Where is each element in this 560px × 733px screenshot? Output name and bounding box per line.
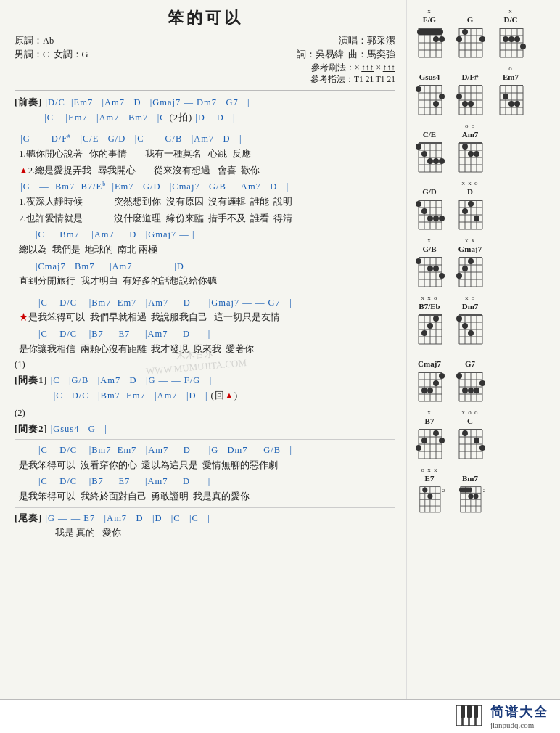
chord-b7-grid xyxy=(413,427,446,460)
v2-chord-2: |C D/C |B7 E7 |Am7 D | xyxy=(15,474,395,489)
intro-section: [前奏] |D/C |Em7 |Am7 D |Gmaj7 — Dm7 G7 | … xyxy=(15,95,395,125)
chord-d-xo: x x o xyxy=(462,179,479,187)
svg-point-51 xyxy=(439,94,445,99)
original-key: 原調：Ab xyxy=(15,35,88,47)
svg-point-77 xyxy=(508,101,514,107)
chord-g-grid xyxy=(453,25,487,59)
svg-rect-275 xyxy=(461,705,465,718)
chord-gd-xo xyxy=(428,179,430,187)
chord-dc-name: D/C xyxy=(504,15,518,24)
svg-point-65 xyxy=(468,101,474,107)
verse1-lyric-2b: 2.也許愛情就是 沒什麼道理 緣份來臨 措手不及 誰看 得清 xyxy=(15,211,395,226)
svg-point-23 xyxy=(462,29,468,35)
singer: 演唱：郭采潔 xyxy=(297,35,395,47)
svg-point-241 xyxy=(462,430,468,436)
svg-point-161 xyxy=(456,273,462,279)
chord-dm7: x o Dm7 xyxy=(453,294,487,345)
svg-point-255 xyxy=(427,494,432,499)
chorus-chord-2: |C D/C |B7 E7 |Am7 D | xyxy=(15,327,395,342)
svg-point-230 xyxy=(416,445,421,451)
svg-rect-10 xyxy=(417,29,443,35)
svg-point-145 xyxy=(416,258,421,264)
logo-text-group: 简谱大全 jianpudq.com xyxy=(490,703,548,729)
svg-point-50 xyxy=(416,86,421,92)
svg-point-78 xyxy=(514,101,520,107)
chord-fg-xo: x xyxy=(427,7,432,15)
interlude1-chord-1: [間奏1] |C |G/B |Am7 D |G — — F/G | xyxy=(15,373,395,388)
chord-am7: o o Am7 xyxy=(453,122,487,173)
svg-rect-277 xyxy=(474,705,478,718)
intro-chord-2: |C |Em7 |Am7 Bm7 |C (2拍) |D |D | xyxy=(15,110,395,126)
logo-url: jianpudq.com xyxy=(490,721,548,729)
interlude1-section: [間奏1] |C |G/B |Am7 D |G — — F/G | |C D/C… xyxy=(15,373,395,403)
svg-point-24 xyxy=(456,36,462,42)
svg-point-39 xyxy=(520,44,526,49)
svg-point-76 xyxy=(503,94,508,99)
svg-point-117 xyxy=(416,201,421,207)
verse1-section: |G D/F# |C/E G/D |C G/B |Am7 D | 1.聽你開心說… xyxy=(15,131,395,289)
chord-em7: o Em7 xyxy=(494,65,527,116)
outro-chord-1: [尾奏] |G — — E7 |Am7 D |D |C |C | xyxy=(15,511,395,526)
meta-row: 原調：Ab 男調：C 女調：G 演唱：郭采潔 詞：吳易緯 曲：馬奕強 參考刷法：… xyxy=(15,35,395,86)
svg-point-268 xyxy=(468,494,473,499)
piano-icon xyxy=(456,704,485,729)
chord-ce: C/E xyxy=(413,122,446,173)
chord-gsus4-xo xyxy=(428,65,430,72)
chord-g7-name: G7 xyxy=(465,359,475,368)
svg-point-213 xyxy=(479,380,485,386)
chord-dfsharp-name: D/F# xyxy=(461,73,478,81)
chord-bm7-grid: 2 xyxy=(453,484,487,517)
chord-g7-xo xyxy=(469,351,471,359)
svg-point-201 xyxy=(427,388,433,393)
chord-gd: G/D xyxy=(413,179,446,231)
chord-gmaj7: x x Gmaj7 xyxy=(453,237,487,288)
chord-b7-xo: x xyxy=(427,409,432,416)
chord-em7-xo: o xyxy=(508,65,513,72)
chord-d-grid xyxy=(453,197,487,231)
chord-dfsharp: D/F# xyxy=(453,65,487,116)
svg-point-92 xyxy=(433,158,439,164)
chord-gsus4-grid xyxy=(413,83,446,116)
verse1-lyric-tri: ▲2.總是愛捉弄我 尋我開心 從來沒有想過 會喜 歡你 xyxy=(15,163,395,179)
svg-text:2: 2 xyxy=(483,488,486,494)
chord-fg: x F/G xyxy=(413,7,446,59)
verse1-chord-3: |C Bm7 |Am7 D |Gmaj7 — | xyxy=(15,227,395,242)
svg-text:2: 2 xyxy=(442,488,445,494)
svg-point-215 xyxy=(468,388,474,393)
chord-dc-xo: x xyxy=(508,7,513,15)
svg-point-200 xyxy=(421,388,427,393)
chorus-lyric-2: 是你讓我相信 兩顆心沒有距離 我才發現 原來我 愛著你 xyxy=(15,342,395,357)
svg-point-121 xyxy=(439,216,445,221)
gender-keys: 男調：C 女調：G xyxy=(15,49,88,61)
chord-g-xo xyxy=(469,7,471,15)
chord-b7-name: B7 xyxy=(425,417,435,425)
chord-cmaj7-name: Cmaj7 xyxy=(418,359,441,368)
svg-point-160 xyxy=(462,266,468,271)
chorus-lyric-1: ★是我笨得可以 我們早就相遇 我說服我自己 這一切只是友情 xyxy=(15,310,395,325)
chord-gd-grid xyxy=(413,197,446,231)
svg-point-159 xyxy=(468,258,474,264)
chord-c-xo: x o o xyxy=(462,409,479,416)
chord-gd-name: G/D xyxy=(422,187,437,196)
svg-point-172 xyxy=(433,316,439,322)
chord-gsus4-name: Gsus4 xyxy=(419,73,440,81)
chord-cmaj7: Cmaj7 xyxy=(413,351,446,403)
svg-point-52 xyxy=(433,101,439,107)
chord-row-6: x x o B7/Eb xyxy=(413,294,554,345)
svg-point-36 xyxy=(503,36,508,42)
svg-point-38 xyxy=(514,36,520,42)
chord-row-1: x F/G xyxy=(413,7,554,59)
svg-point-173 xyxy=(427,323,433,329)
chord-e7: o x x E7 2 xyxy=(413,466,446,517)
chord-cmaj7-xo xyxy=(428,351,430,359)
svg-point-216 xyxy=(474,388,479,393)
chord-cmaj7-grid xyxy=(413,369,446,403)
bottom-logo-bar: 简谱大全 jianpudq.com xyxy=(0,699,560,733)
v2-lyric-2: 是我笨得可以 我終於面對自己 勇敢證明 我是真的愛你 xyxy=(15,489,395,504)
chord-gmaj7-xo: x x xyxy=(465,237,475,244)
ref-strum: 參考刷法：× ↑↑↑ × ↑↑↑ xyxy=(297,62,395,73)
chord-diagrams: x F/G xyxy=(413,7,554,517)
lyricist-composer: 詞：吳易緯 曲：馬奕強 xyxy=(297,49,395,61)
chorus-chord-1: |C D/C |Bm7 Em7 |Am7 D |Gmaj7 — — G7 | xyxy=(15,295,395,311)
chord-gmaj7-name: Gmaj7 xyxy=(458,245,482,253)
